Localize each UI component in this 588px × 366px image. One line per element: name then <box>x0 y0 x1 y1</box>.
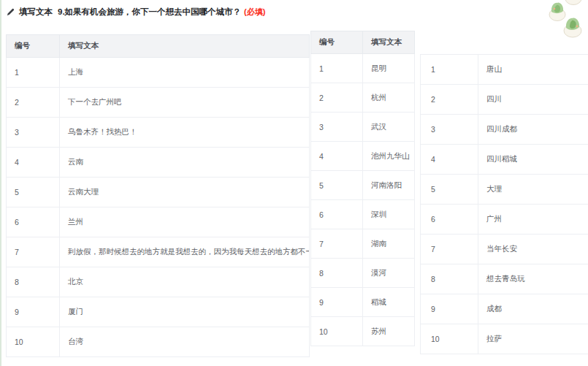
column-header-text: 填写文本 <box>363 31 415 54</box>
row-number-cell: 2 <box>421 85 478 115</box>
response-row: 5大理 <box>421 175 588 205</box>
cabbage-figurine <box>564 18 581 38</box>
row-number-cell: 3 <box>7 118 60 148</box>
row-number-cell: 8 <box>311 259 363 288</box>
response-row: 9厦门 <box>7 297 310 327</box>
required-badge: (必填) <box>244 7 265 18</box>
question-title-bar: 填写文本 9.如果有机会旅游，你下一个想去中国哪个城市？ (必填) <box>7 6 265 18</box>
row-number-cell: 4 <box>7 148 60 178</box>
response-row: 5河南洛阳 <box>311 171 415 200</box>
response-text-cell: 广州 <box>478 205 588 235</box>
response-row: 8北京 <box>7 267 310 297</box>
response-row: 1上海 <box>7 58 310 88</box>
response-text-cell: 云南大理 <box>60 178 310 207</box>
response-text-cell: 想去青岛玩 <box>478 264 588 294</box>
response-row: 1唐山 <box>421 55 588 85</box>
row-number-cell: 1 <box>421 55 478 85</box>
row-number-cell: 9 <box>7 297 60 327</box>
row-number-cell: 6 <box>421 205 478 235</box>
response-row: 5云南大理 <box>7 178 310 207</box>
response-row: 2四川 <box>421 85 588 115</box>
response-text-cell: 兰州 <box>60 207 310 237</box>
column-header-number: 编号 <box>7 35 60 58</box>
response-row: 10台湾 <box>7 327 310 357</box>
response-row: 9稻城 <box>311 288 415 317</box>
response-text-cell: 当年长安 <box>478 235 588 264</box>
response-text-cell: 乌鲁木齐！找热巴！ <box>60 118 310 148</box>
row-number-cell: 4 <box>421 145 478 175</box>
response-text-cell: 下一个去广州吧 <box>60 88 310 118</box>
row-number-cell: 5 <box>311 171 363 200</box>
response-text-cell: 四川成都 <box>478 115 588 145</box>
response-text-cell: 河南洛阳 <box>363 171 415 200</box>
row-number-cell: 2 <box>311 83 363 113</box>
response-row: 3四川成都 <box>421 115 588 145</box>
page-left-edge <box>0 0 1 366</box>
row-number-cell: 7 <box>311 229 363 259</box>
row-number-cell: 2 <box>7 88 60 118</box>
response-text-cell: 昆明 <box>363 54 415 83</box>
response-row: 9成都 <box>421 294 588 324</box>
row-number-cell: 7 <box>7 237 60 267</box>
row-number-cell: 5 <box>421 175 478 205</box>
response-row: 10拉萨 <box>421 324 588 354</box>
response-row: 4池州九华山 <box>311 142 415 171</box>
response-row: 6深圳 <box>311 200 415 229</box>
row-number-cell: 9 <box>421 294 478 324</box>
response-row: 2下一个去广州吧 <box>7 88 310 118</box>
responses-table-2: 编号填写文本1昆明2杭州3武汉4池州九华山5河南洛阳6深圳7湖南8漠河9稻城10… <box>310 31 415 346</box>
response-row: 6兰州 <box>7 207 310 237</box>
table-header-row: 编号填写文本 <box>7 35 310 58</box>
row-number-cell: 1 <box>7 58 60 88</box>
row-number-cell: 3 <box>421 115 478 145</box>
response-row: 7湖南 <box>311 229 415 259</box>
response-text-cell: 厦门 <box>60 297 310 327</box>
cabbage-decoration-image <box>546 0 588 47</box>
response-text-cell: 北京 <box>60 267 310 297</box>
edit-pencil-icon <box>7 8 15 16</box>
row-number-cell: 9 <box>311 288 363 317</box>
response-text-cell: 四川 <box>478 85 588 115</box>
response-text-cell: 深圳 <box>363 200 415 229</box>
response-row: 7当年长安 <box>421 235 588 264</box>
question-text: 9.如果有机会旅游，你下一个想去中国哪个城市？ <box>58 7 241 18</box>
response-text-cell: 拉萨 <box>478 324 588 354</box>
row-number-cell: 7 <box>421 235 478 264</box>
response-text-cell: 到放假，那时候想去的地方就是我想去的，因为我每天想去的地方都不一样。 <box>60 237 310 267</box>
response-row: 10苏州 <box>311 317 415 346</box>
responses-table-1: 编号填写文本1上海2下一个去广州吧3乌鲁木齐！找热巴！4云南5云南大理6兰州7到… <box>6 34 310 357</box>
cabbage-figurine <box>549 2 565 20</box>
response-text-cell: 杭州 <box>363 83 415 113</box>
cabbage-figurine <box>565 0 581 5</box>
response-row: 2杭州 <box>311 83 415 113</box>
row-number-cell: 8 <box>421 264 478 294</box>
response-row: 8漠河 <box>311 259 415 288</box>
response-text-cell: 云南 <box>60 148 310 178</box>
question-type-label: 填写文本 <box>19 7 53 18</box>
response-text-cell: 苏州 <box>363 317 415 346</box>
row-number-cell: 6 <box>7 207 60 237</box>
responses-table-3: 1唐山2四川3四川成都4四川稻城5大理6广州7当年长安8想去青岛玩9成都10拉萨 <box>420 54 588 354</box>
survey-report-page: 填写文本 9.如果有机会旅游，你下一个想去中国哪个城市？ (必填) 编号填写文本… <box>0 0 588 366</box>
row-number-cell: 10 <box>311 317 363 346</box>
response-text-cell: 成都 <box>478 294 588 324</box>
response-row: 3武汉 <box>311 113 415 142</box>
response-row: 3乌鲁木齐！找热巴！ <box>7 118 310 148</box>
response-text-cell: 唐山 <box>478 55 588 85</box>
row-number-cell: 3 <box>311 113 363 142</box>
row-number-cell: 8 <box>7 267 60 297</box>
column-header-number: 编号 <box>311 31 363 54</box>
response-row: 4四川稻城 <box>421 145 588 175</box>
response-row: 7到放假，那时候想去的地方就是我想去的，因为我每天想去的地方都不一样。 <box>7 237 310 267</box>
response-text-cell: 四川稻城 <box>478 145 588 175</box>
response-row: 4云南 <box>7 148 310 178</box>
response-row: 8想去青岛玩 <box>421 264 588 294</box>
response-row: 1昆明 <box>311 54 415 83</box>
response-text-cell: 池州九华山 <box>363 142 415 171</box>
response-text-cell: 湖南 <box>363 229 415 259</box>
row-number-cell: 1 <box>311 54 363 83</box>
row-number-cell: 4 <box>311 142 363 171</box>
row-number-cell: 10 <box>421 324 478 354</box>
response-text-cell: 台湾 <box>60 327 310 357</box>
response-text-cell: 上海 <box>60 58 310 88</box>
